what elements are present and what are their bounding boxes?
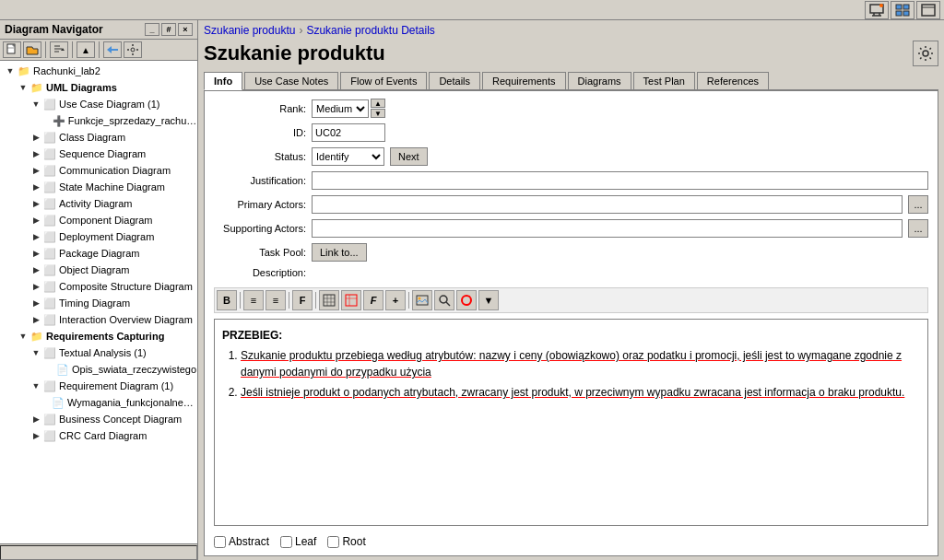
primary-actors-ellipsis-btn[interactable]: ... (908, 195, 928, 214)
expand-reqdiag[interactable]: ▼ (30, 379, 42, 392)
expand-object[interactable]: ▶ (30, 263, 42, 276)
plus-btn[interactable]: + (385, 290, 406, 310)
tab-details[interactable]: Details (429, 72, 480, 89)
tab-info[interactable]: Info (204, 72, 242, 90)
minimize-btn[interactable]: _ (145, 23, 159, 36)
tree-item-crc[interactable]: ▶ ⬜ CRC Card Diagram (0, 427, 197, 444)
breadcrumb-item-1[interactable]: Szukanie produktu (204, 24, 295, 37)
close-btn[interactable]: × (178, 23, 193, 36)
leaf-checkbox[interactable] (280, 536, 292, 548)
expand-class[interactable]: ▶ (30, 131, 42, 144)
tree-item-uml[interactable]: ▼ 📁 UML Diagrams (0, 79, 197, 96)
tree-item-composite[interactable]: ▶ ⬜ Composite Structure Diagram (0, 278, 197, 295)
expand-deployment[interactable]: ▶ (30, 230, 42, 243)
sort-btn[interactable] (50, 41, 68, 58)
new-file-btn[interactable] (3, 41, 21, 58)
tab-diagrams[interactable]: Diagrams (568, 72, 631, 89)
next-button[interactable]: Next (390, 147, 428, 166)
window-icon[interactable] (916, 1, 940, 19)
page-settings-button[interactable] (913, 41, 938, 66)
expand-uml[interactable]: ▼ (17, 81, 30, 94)
rank-down-btn[interactable]: ▼ (371, 109, 385, 118)
up-btn[interactable]: ▲ (77, 41, 95, 58)
tree-item-deployment[interactable]: ▶ ⬜ Deployment Diagram (0, 228, 197, 245)
tree-item-opis[interactable]: 📄 Opis_swiata_rzeczywistego (0, 361, 197, 378)
tree-label-wymagania: Wymagania_funkcjonalne_i_nief (65, 397, 197, 408)
expand-rachunki[interactable]: ▼ (4, 64, 17, 77)
expand-activity[interactable]: ▶ (30, 197, 42, 210)
tree-item-reqcap[interactable]: ▼ 📁 Requirements Capturing (0, 328, 197, 344)
justification-label: Justification: (214, 175, 306, 186)
red-table-btn[interactable] (341, 290, 361, 310)
supporting-actors-ellipsis-btn[interactable]: ... (908, 219, 928, 238)
tree-item-package[interactable]: ▶ ⬜ Package Diagram (0, 245, 197, 262)
tree-item-wymagania[interactable]: 📄 Wymagania_funkcjonalne_i_nief (0, 394, 197, 411)
expand-biznes[interactable]: ▶ (30, 413, 42, 426)
font-btn[interactable]: F (292, 290, 313, 310)
id-input[interactable] (312, 123, 385, 142)
dock-btn[interactable]: # (161, 23, 176, 36)
justification-input[interactable] (312, 171, 928, 190)
align-right-btn[interactable]: ≡ (266, 290, 286, 310)
tree-item-sequence[interactable]: ▶ ⬜ Sequence Diagram (0, 146, 197, 162)
expand-textual[interactable]: ▼ (30, 346, 42, 359)
back-btn[interactable] (103, 41, 122, 58)
expand-crc[interactable]: ▶ (30, 429, 42, 442)
open-file-btn[interactable] (23, 41, 41, 58)
tree-item-rachunki[interactable]: ▼ 📁 Rachunki_lab2 (0, 63, 197, 79)
expand-state[interactable]: ▶ (30, 181, 42, 193)
tab-requirements[interactable]: Requirements (482, 72, 565, 89)
primary-actors-input[interactable] (312, 195, 903, 214)
tree-item-object[interactable]: ▶ ⬜ Object Diagram (0, 262, 197, 278)
table-btn[interactable] (319, 290, 339, 310)
tree-item-funkcje[interactable]: ➕ Funkcje_sprzedazy_rachunkow (0, 112, 197, 129)
expand-interaction[interactable]: ▶ (30, 313, 42, 326)
description-content[interactable]: PRZEBIEG: Szukanie produktu przebiega we… (214, 319, 928, 526)
tree-item-class[interactable]: ▶ ⬜ Class Diagram (0, 129, 197, 146)
expand-usecase[interactable]: ▼ (30, 98, 42, 111)
tab-use-case-notes[interactable]: Use Case Notes (244, 72, 338, 89)
tree-item-biznes[interactable]: ▶ ⬜ Business Concept Diagram (0, 411, 197, 427)
tree-item-comm[interactable]: ▶ ⬜ Communication Diagram (0, 162, 197, 179)
tab-flow-of-events[interactable]: Flow of Events (340, 72, 427, 89)
align-left-btn[interactable]: ≡ (243, 290, 264, 310)
tree-item-timing[interactable]: ▶ ⬜ Timing Diagram (0, 295, 197, 311)
tree-item-interaction[interactable]: ▶ ⬜ Interaction Overview Diagram (0, 311, 197, 328)
rank-select[interactable]: Low Medium High (312, 99, 369, 118)
bold-btn[interactable]: B (217, 290, 237, 310)
expand-package[interactable]: ▶ (30, 247, 42, 260)
tree-item-reqdiag[interactable]: ▼ ⬜ Requirement Diagram (1) (0, 378, 197, 394)
search-btn[interactable] (434, 290, 454, 310)
root-checkbox[interactable] (327, 536, 339, 548)
status-select[interactable]: Identify In Progress Done (312, 147, 384, 166)
leaf-label: Leaf (295, 535, 316, 548)
settings2-btn[interactable] (124, 41, 142, 58)
tree-item-activity[interactable]: ▶ ⬜ Activity Diagram (0, 195, 197, 212)
abstract-checkbox[interactable] (214, 536, 226, 548)
expand-reqcap[interactable]: ▼ (17, 330, 30, 343)
red-circle-btn[interactable] (456, 290, 477, 310)
reqdiag-icon: ⬜ (42, 379, 57, 393)
supporting-actors-input[interactable] (312, 219, 903, 238)
link-to-button[interactable]: Link to... (312, 243, 367, 262)
tree-item-textual[interactable]: ▼ ⬜ Textual Analysis (1) (0, 344, 197, 361)
tab-test-plan[interactable]: Test Plan (633, 72, 695, 89)
expand-timing[interactable]: ▶ (30, 297, 42, 309)
expand-seq[interactable]: ▶ (30, 147, 42, 160)
italic-f-btn[interactable]: F (363, 290, 384, 310)
down-arrow-btn[interactable]: ▼ (478, 290, 499, 310)
expand-composite[interactable]: ▶ (30, 280, 42, 293)
breadcrumb-item-2[interactable]: Szukanie produktu Details (306, 24, 434, 37)
expand-component[interactable]: ▶ (30, 214, 42, 227)
tree-item-component[interactable]: ▶ ⬜ Component Diagram (0, 212, 197, 228)
tree-item-state[interactable]: ▶ ⬜ State Machine Diagram (0, 179, 197, 195)
rank-up-btn[interactable]: ▲ (371, 99, 385, 108)
tab-references[interactable]: References (697, 72, 769, 89)
expand-comm[interactable]: ▶ (30, 164, 42, 177)
grid-icon[interactable] (891, 1, 914, 19)
monitor-icon[interactable] (865, 1, 889, 19)
horizontal-scrollbar[interactable] (0, 545, 197, 560)
image-btn[interactable] (412, 290, 432, 310)
tree-item-usecase[interactable]: ▼ ⬜ Use Case Diagram (1) (0, 96, 197, 112)
state-icon: ⬜ (42, 180, 57, 194)
